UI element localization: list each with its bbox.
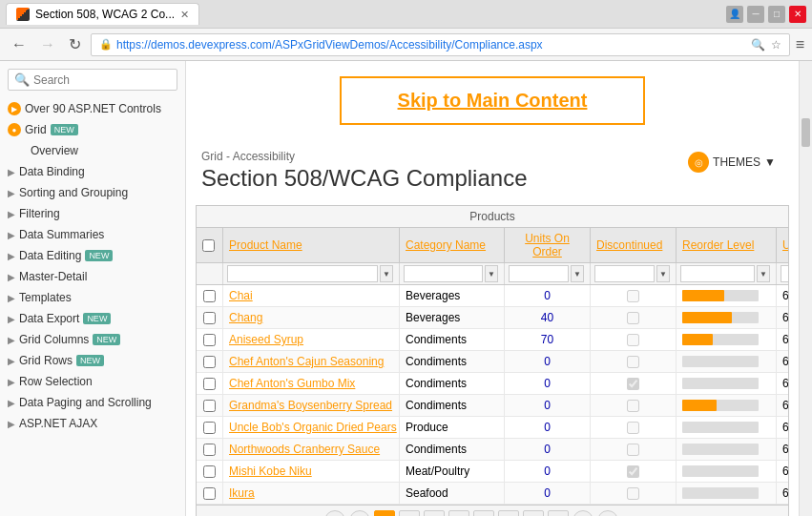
discontinued-checkbox[interactable] [627,290,639,302]
filter-product-input[interactable] [227,265,378,282]
product-name-link[interactable]: Northwoods Cranberry Sauce [229,443,380,456]
unbound-sort-link[interactable]: Unbound Date [782,238,789,252]
row-checkbox[interactable] [203,465,216,478]
discontinued-checkbox[interactable] [627,444,639,456]
minimize-button[interactable]: ─ [747,6,764,23]
row-checkbox[interactable] [203,290,216,302]
units-sort-link[interactable]: Units On Order [510,232,584,258]
product-name-link[interactable]: Ikura [229,486,255,500]
page-button-2[interactable]: 2 [399,510,420,516]
filter-discontinued-input[interactable] [594,265,655,282]
vertical-scrollbar[interactable] [799,61,812,516]
next-page-button[interactable]: ▶ [573,510,593,516]
product-name-link[interactable]: Mishi Kobe Niku [229,464,312,478]
prev-page-button[interactable]: ◀ [349,510,370,516]
header-category-name[interactable]: Category Name [400,228,505,262]
skip-to-main-content-link[interactable]: Skip to Main Content [340,76,645,125]
header-product-name[interactable]: Product Name [223,228,400,262]
rowselection-label: Row Selection [19,375,93,388]
filter-category-input[interactable] [404,265,483,282]
sidebar-item-columns[interactable]: ▶ Grid Columns NEW [0,329,185,350]
filter-product-dropdown[interactable]: ▼ [380,265,393,282]
sidebar-item-overview[interactable]: Overview [0,140,185,161]
header-discontinued[interactable]: Discontinued [591,228,677,262]
first-page-button[interactable]: |◀ [324,510,345,516]
discontinued-sort-link[interactable]: Discontinued [596,238,662,252]
tab-close-button[interactable]: ✕ [180,9,189,21]
page-button-7[interactable]: 7 [523,510,544,516]
reorder-sort-link[interactable]: Reorder Level [682,238,754,252]
discontinued-checkbox[interactable] [627,356,639,368]
discontinued-checkbox[interactable] [627,465,639,478]
filter-discontinued-dropdown[interactable]: ▼ [656,265,670,282]
sidebar-item-rows[interactable]: ▶ Grid Rows NEW [0,350,185,371]
filter-units-dropdown[interactable]: ▼ [571,265,584,282]
page-button-1[interactable]: 1 [374,510,395,516]
sidebar-section-grid[interactable]: ● Grid NEW [0,119,185,140]
select-all-checkbox[interactable] [202,239,215,252]
discontinued-checkbox[interactable] [627,312,639,324]
sidebar-item-ajax[interactable]: ▶ ASP.NET AJAX [0,413,185,434]
page-button-5[interactable]: 5 [473,510,494,516]
close-button[interactable]: ✕ [789,6,806,23]
filter-reorder-input[interactable] [680,265,755,282]
discontinued-checkbox[interactable] [627,487,639,500]
product-name-link[interactable]: Chef Anton's Cajun Seasoning [229,355,384,368]
row-checkbox[interactable] [203,334,216,346]
summaries-label: Data Summaries [19,228,104,241]
filter-unbound-input[interactable] [781,265,789,282]
header-units-on-order[interactable]: Units On Order [505,228,591,262]
header-unbound-date[interactable]: Unbound Date [777,228,789,262]
themes-button[interactable]: ◎ THEMES ▼ [688,152,776,173]
row-checkbox[interactable] [203,312,216,324]
discontinued-checkbox[interactable] [627,400,639,412]
sidebar-section-aspnet[interactable]: ▶ Over 90 ASP.NET Controls [0,98,185,119]
last-page-button[interactable]: ▶| [597,510,618,516]
menu-button[interactable]: ≡ [796,36,804,53]
row-checkbox[interactable] [203,487,216,500]
page-button-3[interactable]: 3 [424,510,445,516]
browser-tab[interactable]: Section 508, WCAG 2 Co... ✕ [6,3,199,25]
page-button-6[interactable]: 6 [498,510,519,516]
row-checkbox[interactable] [203,444,216,456]
page-button-8[interactable]: 8 [548,510,569,516]
address-field[interactable]: 🔒 https://demos.devexpress.com/ASPxGridV… [91,33,790,56]
sidebar-item-templates[interactable]: ▶ Templates [0,287,185,308]
sidebar-item-sorting[interactable]: ▶ Sorting and Grouping [0,182,185,203]
sidebar-search[interactable]: 🔍 [8,69,177,91]
product-name-link[interactable]: Aniseed Syrup [229,333,303,346]
search-input[interactable] [33,73,177,87]
reload-button[interactable]: ↻ [65,33,85,55]
product-name-link[interactable]: Chai [229,289,253,302]
discontinued-checkbox[interactable] [627,422,639,434]
sidebar-item-paging[interactable]: ▶ Data Paging and Scrolling [0,392,185,413]
row-checkbox[interactable] [203,422,216,434]
product-name-link[interactable]: Uncle Bob's Organic Dried Pears [229,421,397,434]
sidebar-item-masterdetail[interactable]: ▶ Master-Detail [0,266,185,287]
filter-category-dropdown[interactable]: ▼ [485,265,498,282]
user-button[interactable]: 👤 [726,6,743,23]
sidebar-item-rowselection[interactable]: ▶ Row Selection [0,371,185,392]
product-name-link[interactable]: Chef Anton's Gumbo Mix [229,377,355,390]
row-checkbox[interactable] [203,356,216,368]
discontinued-checkbox[interactable] [627,378,639,390]
filter-reorder-dropdown[interactable]: ▼ [757,265,770,282]
page-button-4[interactable]: 4 [448,510,469,516]
row-checkbox[interactable] [203,378,216,390]
product-name-link[interactable]: Grandma's Boysenberry Spread [229,399,392,412]
sidebar-item-editing[interactable]: ▶ Data Editing NEW [0,245,185,266]
forward-button[interactable]: → [36,34,59,55]
product-name-sort-link[interactable]: Product Name [229,238,302,252]
header-reorder-level[interactable]: Reorder Level [677,228,777,262]
category-name-sort-link[interactable]: Category Name [406,238,486,252]
discontinued-checkbox[interactable] [627,334,639,346]
product-name-link[interactable]: Chang [229,311,262,324]
sidebar-item-databinding[interactable]: ▶ Data Binding [0,161,185,182]
maximize-button[interactable]: □ [768,6,785,23]
sidebar-item-summaries[interactable]: ▶ Data Summaries [0,224,185,245]
sidebar-item-filtering[interactable]: ▶ Filtering [0,203,185,224]
row-checkbox[interactable] [203,400,216,412]
sidebar-item-export[interactable]: ▶ Data Export NEW [0,308,185,329]
filter-units-input[interactable] [509,265,569,282]
back-button[interactable]: ← [8,34,31,55]
